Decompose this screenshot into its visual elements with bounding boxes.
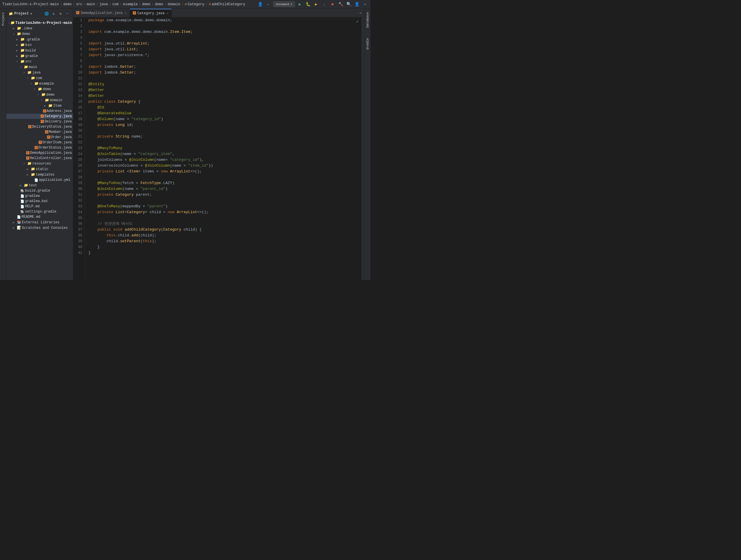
profile2-button[interactable]: 👤 <box>354 1 360 8</box>
category-tab-icon: 🅰 <box>133 11 136 15</box>
gradle2-arrow: ▶ <box>16 54 20 58</box>
demoapplication-tab-close[interactable]: ✕ <box>125 11 127 15</box>
line-number-7: 7 <box>76 52 82 58</box>
sidebar-filter-icon[interactable]: ⚙ <box>57 10 64 17</box>
tree-gradle[interactable]: ▶ 📁 .gradle <box>6 37 73 42</box>
gradle-tab[interactable]: Gradle <box>365 37 370 51</box>
search-button[interactable]: 🔍 <box>345 1 352 8</box>
editor-tabs: 🅰 DemoApplication.java ✕ 🅰 Category.java… <box>73 9 364 17</box>
breadcrumb-category-label[interactable]: Category <box>188 2 205 6</box>
static-label: static <box>36 167 72 171</box>
tree-resources[interactable]: ▾ 📁 resources <box>6 161 73 166</box>
coverage-button[interactable]: ▶ <box>313 1 319 8</box>
tree-extlibs[interactable]: ▶ 📚 External Libraries <box>6 220 73 225</box>
breadcrumb-demo2[interactable]: demo <box>142 2 150 6</box>
tree-delivery[interactable]: 🅰 Delivery.java <box>6 119 73 124</box>
breadcrumb-demo3[interactable]: demo <box>155 2 163 6</box>
category-tab-close[interactable]: ✕ <box>166 11 169 15</box>
hellocontroller-file-icon: 🅰 <box>26 157 29 160</box>
tree-idea[interactable]: ▶ 📁 .idea <box>6 25 73 31</box>
tree-helpmd[interactable]: 📄 HELP.md <box>6 204 73 209</box>
tab-demoapplication[interactable]: 🅰 DemoApplication.java ✕ <box>73 9 130 17</box>
code-line-20 <box>88 128 358 134</box>
tree-bin[interactable]: ▶ 📁 bin <box>6 42 73 48</box>
tree-category[interactable]: 🅰 Category.java <box>6 114 73 119</box>
breadcrumb-src[interactable]: src <box>76 2 82 6</box>
breadcrumb-category[interactable]: ⚙ <box>185 2 187 6</box>
tree-templates[interactable]: ▶ 📁 templates <box>6 172 73 177</box>
tree-demoapplication[interactable]: 🅰 DemoApplication.java <box>6 150 73 155</box>
line-number-15: 15 <box>76 99 82 105</box>
build-button[interactable]: 🔨 <box>337 1 344 8</box>
breadcrumb-java[interactable]: java <box>99 2 108 6</box>
sidebar-chevron[interactable]: ▾ <box>30 12 32 16</box>
tree-demo[interactable]: ▾ 📁 demo <box>6 31 73 37</box>
breadcrumb-domain[interactable]: domain <box>168 2 180 6</box>
tree-main[interactable]: ▾ 📁 main <box>6 64 73 70</box>
tree-deliverystatus[interactable]: 🅰 DeliveryStatus.java <box>6 124 73 129</box>
tree-hellocontroller[interactable]: 🅰 HelloController.java <box>6 155 73 161</box>
line-number-24: 24 <box>76 151 82 157</box>
readme-icon: 📄 <box>17 215 21 219</box>
run-button[interactable]: ▶ <box>297 1 303 8</box>
code-line-6: import java.util.List; <box>88 47 358 52</box>
top-bar-right: 👤 ← Unnamed ▾ ▶ 🐛 ▶ ↓ ■ 🔨 🔍 👤 ⋯ <box>257 1 368 8</box>
git-back-icon[interactable]: ← <box>265 1 271 8</box>
git-icon[interactable]: 👤 <box>257 1 263 8</box>
breadcrumb-main[interactable]: main <box>87 2 95 6</box>
tree-gradlew[interactable]: 📄 gradlew <box>6 193 73 199</box>
tree-gradle2[interactable]: ▶ 📁 gradle <box>6 53 73 59</box>
tree-orderitem[interactable]: 🅰 OrderItem.java <box>6 140 73 145</box>
debug-button[interactable]: 🐛 <box>305 1 311 8</box>
scrollbar[interactable] <box>361 17 364 280</box>
root-folder-icon: 📁 <box>10 21 15 25</box>
tree-demo2[interactable]: ▾ 📁 demo <box>6 86 73 92</box>
tree-appyml[interactable]: 📄 application.yml <box>6 177 73 183</box>
tree-orderstatus[interactable]: 🅰 OrderStatus.java <box>6 145 73 150</box>
project-tab[interactable]: Project <box>1 11 5 27</box>
tree-buildgradle[interactable]: 🐘 build.gradle <box>6 188 73 193</box>
profile-button[interactable]: ↓ <box>321 1 328 8</box>
code-line-18: @Column(name = "category_id") <box>88 116 358 122</box>
breadcrumb-example[interactable]: example <box>123 2 137 6</box>
breadcrumb-demo[interactable]: demo <box>63 2 72 6</box>
breadcrumb-method-label[interactable]: addChildCategory <box>212 2 245 6</box>
tree-test[interactable]: ▶ 📁 test <box>6 183 73 188</box>
code-line-2 <box>88 23 358 29</box>
tree-static[interactable]: ▶ 📁 static <box>6 166 73 172</box>
tab-category[interactable]: 🅰 Category.java ✕ <box>130 9 172 17</box>
tree-example[interactable]: ▾ 📁 example <box>6 81 73 86</box>
tree-order[interactable]: 🅰 Order.java <box>6 135 73 140</box>
tab-more[interactable]: ⋯ <box>357 11 364 15</box>
test-label: test <box>29 183 72 188</box>
tree-settingsgradle[interactable]: 🐘 settings.gradle <box>6 209 73 214</box>
tree-item-folder[interactable]: ▶ 📁 Item <box>6 103 73 109</box>
tree-member[interactable]: 🅰 Member.java <box>6 129 73 135</box>
breadcrumb-method[interactable]: ⚙ <box>209 2 211 6</box>
more-button[interactable]: ⋯ <box>362 1 368 8</box>
tree-address[interactable]: 🅰 Address.java <box>6 109 73 114</box>
tree-java[interactable]: ▾ 📁 java <box>6 70 73 75</box>
sidebar-sort-icon[interactable]: ⇅ <box>50 10 57 17</box>
breadcrumb-com[interactable]: com <box>113 2 119 6</box>
run-config[interactable]: Unnamed ▾ <box>273 1 295 7</box>
line-number-12: 12 <box>76 81 82 87</box>
tree-root[interactable]: ▾ 📁 TiebriusJohn-s-Project-main ~/Deskto… <box>6 20 73 25</box>
tree-gradlewbat[interactable]: 📄 gradlew.bat <box>6 199 73 204</box>
breadcrumb-root[interactable]: TiebriusJohn-s-Project-main <box>2 2 59 6</box>
code-editor[interactable]: 1234567891011121314151617181920212223242… <box>73 17 364 280</box>
database-tab[interactable]: Database <box>365 11 370 29</box>
tree-src[interactable]: ▾ 📁 src <box>6 59 73 64</box>
sidebar-minimize-icon[interactable]: — <box>64 10 71 17</box>
line-number-32: 32 <box>76 198 82 203</box>
tree-scratches[interactable]: ▶ 📝 Scratches and Consoles <box>6 225 73 231</box>
tree-readme[interactable]: 📄 README.md <box>6 214 73 220</box>
stop-button[interactable]: ■ <box>329 1 336 8</box>
tree-com[interactable]: ▾ 📁 com <box>6 75 73 81</box>
sidebar-globe-icon[interactable]: 🌐 <box>43 10 50 17</box>
tree-demo3[interactable]: ▾ 📁 demo <box>6 92 73 98</box>
item-folder-icon: 📁 <box>48 104 53 108</box>
tree-domain[interactable]: ▾ 📁 domain <box>6 98 73 103</box>
tree-build[interactable]: ▶ 📁 build <box>6 48 73 53</box>
build-arrow: ▶ <box>16 49 20 52</box>
